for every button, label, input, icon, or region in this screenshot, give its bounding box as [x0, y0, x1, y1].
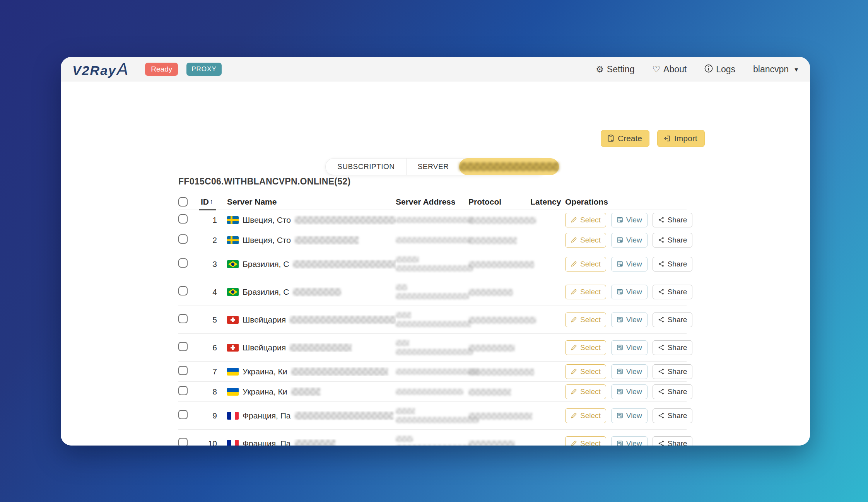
row-checkbox[interactable] — [178, 214, 188, 224]
document-icon — [617, 388, 623, 395]
row-checkbox[interactable] — [178, 234, 188, 244]
protocol-cell — [468, 411, 530, 420]
column-header-id[interactable]: ID↑ — [196, 194, 227, 210]
row-checkbox[interactable] — [178, 438, 188, 446]
row-checkbox[interactable] — [178, 258, 188, 268]
operations-cell: Select View Share — [565, 340, 687, 355]
column-operations-label: Operations — [565, 197, 608, 207]
proxy-mode-badge[interactable]: PROXY — [186, 63, 222, 76]
select-button[interactable]: Select — [565, 285, 606, 299]
share-button[interactable]: Share — [653, 364, 693, 379]
server-name-text: Швейцария — [243, 343, 286, 352]
column-header-operations: Operations — [565, 194, 687, 210]
column-header-protocol[interactable]: Protocol — [468, 194, 530, 210]
share-icon — [658, 261, 665, 267]
share-button[interactable]: Share — [653, 436, 693, 446]
server-name-text: Бразилия, С — [243, 260, 289, 269]
share-icon — [658, 412, 665, 419]
row-checkbox[interactable] — [178, 386, 188, 395]
select-button[interactable]: Select — [565, 213, 606, 227]
server-name-text: Швеция, Сто — [243, 236, 291, 245]
import-button[interactable]: Import — [657, 130, 705, 147]
server-name-text: Швеция, Сто — [243, 215, 291, 225]
share-button[interactable]: Share — [653, 312, 693, 327]
create-button[interactable]: Create — [601, 130, 649, 147]
import-icon — [663, 135, 671, 142]
select-all-checkbox[interactable] — [178, 197, 188, 207]
status-badge[interactable]: Ready — [145, 63, 178, 76]
row-checkbox[interactable] — [178, 410, 188, 419]
subscription-title: FF015C06.WITHBLANCVPN.ONLINE(52) — [178, 176, 687, 187]
protocol-cell — [468, 367, 530, 376]
table-row: 9 Франция, Па Select View Share — [178, 402, 687, 430]
nav-setting[interactable]: ⚙ Setting — [596, 64, 634, 75]
server-address-cell — [396, 389, 468, 395]
server-address-cell — [396, 408, 468, 423]
row-checkbox[interactable] — [178, 314, 188, 323]
server-address-cell — [396, 312, 468, 327]
view-button[interactable]: View — [611, 312, 648, 327]
nav-setting-label: Setting — [607, 64, 635, 75]
app-logo[interactable]: V2RayA — [72, 60, 129, 79]
nav-logs[interactable]: Logs — [704, 64, 735, 75]
view-button[interactable]: View — [611, 233, 648, 248]
row-id: 1 — [196, 215, 227, 225]
select-button[interactable]: Select — [565, 340, 606, 355]
row-checkbox[interactable] — [178, 366, 188, 375]
country-flag-icon — [227, 216, 239, 224]
column-header-server-name[interactable]: Server Name — [227, 194, 396, 210]
column-header-latency[interactable]: Latency — [530, 194, 565, 210]
share-icon — [658, 237, 665, 243]
share-button[interactable]: Share — [653, 213, 693, 227]
share-button[interactable]: Share — [653, 408, 693, 423]
column-server-address-label: Server Address — [396, 197, 455, 207]
redacted-server-address — [396, 237, 471, 243]
select-button[interactable]: Select — [565, 257, 606, 271]
column-protocol-label: Protocol — [468, 197, 501, 207]
redacted-protocol — [468, 317, 536, 324]
view-button[interactable]: View — [611, 384, 648, 399]
view-button[interactable]: View — [611, 213, 648, 227]
server-name-cell: Швейцария — [227, 315, 396, 324]
view-button[interactable]: View — [611, 257, 648, 271]
info-icon — [704, 64, 713, 74]
view-button[interactable]: View — [611, 408, 648, 423]
select-button[interactable]: Select — [565, 384, 606, 399]
share-button[interactable]: Share — [653, 285, 693, 299]
share-button[interactable]: Share — [653, 340, 693, 355]
share-button[interactable]: Share — [653, 257, 693, 271]
header-checkbox-cell — [178, 194, 196, 210]
server-name-cell: Франция, Па — [227, 439, 396, 446]
user-menu[interactable]: blancvpn ▼ — [753, 64, 799, 75]
select-button[interactable]: Select — [565, 312, 606, 327]
server-name-text: Украина, Ки — [243, 367, 287, 376]
nav-about[interactable]: ♡ About — [652, 64, 687, 75]
share-button[interactable]: Share — [653, 233, 693, 248]
tab-subscription[interactable]: SUBSCRIPTION — [326, 159, 407, 175]
redacted-protocol — [468, 237, 517, 244]
row-checkbox-cell — [178, 366, 196, 377]
document-icon — [617, 412, 623, 419]
pencil-icon — [571, 316, 577, 323]
select-button[interactable]: Select — [565, 436, 606, 446]
view-button[interactable]: View — [611, 340, 648, 355]
row-checkbox[interactable] — [178, 342, 188, 351]
table-row: 7 Украина, Ки Select View Share — [178, 362, 687, 382]
protocol-cell — [468, 387, 530, 396]
select-button[interactable]: Select — [565, 408, 606, 423]
redacted-server-name — [295, 216, 396, 224]
select-button[interactable]: Select — [565, 364, 606, 379]
row-id: 4 — [196, 287, 227, 297]
row-checkbox[interactable] — [178, 286, 188, 295]
caret-down-icon: ▼ — [793, 66, 799, 73]
view-button[interactable]: View — [611, 364, 648, 379]
tab-active-subscription[interactable] — [459, 158, 559, 175]
view-button[interactable]: View — [611, 436, 648, 446]
redacted-server-address — [396, 321, 471, 327]
share-button[interactable]: Share — [653, 384, 693, 399]
select-button[interactable]: Select — [565, 233, 606, 248]
table-row: 4 Бразилия, С Select View Share — [178, 278, 687, 306]
tab-server[interactable]: SERVER — [407, 159, 460, 175]
column-header-server-address[interactable]: Server Address — [396, 194, 468, 210]
view-button[interactable]: View — [611, 285, 648, 299]
